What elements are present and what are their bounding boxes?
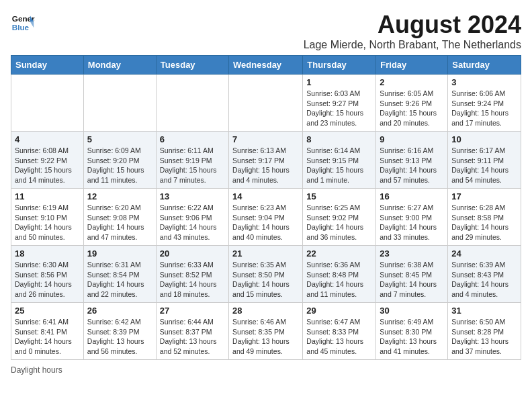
calendar-cell: 25Sunrise: 6:41 AM Sunset: 8:41 PM Dayli…: [11, 303, 84, 360]
calendar-cell: 10Sunrise: 6:17 AM Sunset: 9:11 PM Dayli…: [448, 132, 521, 189]
day-number: 6: [160, 134, 225, 144]
day-number: 20: [160, 248, 225, 259]
calendar-cell: 8Sunrise: 6:14 AM Sunset: 9:15 PM Daylig…: [303, 132, 376, 189]
day-number: 7: [232, 134, 299, 144]
calendar-cell: 14Sunrise: 6:23 AM Sunset: 9:04 PM Dayli…: [229, 189, 303, 246]
logo-icon: General Blue: [11, 11, 35, 35]
calendar-cell: 31Sunrise: 6:50 AM Sunset: 8:28 PM Dayli…: [448, 303, 521, 360]
calendar-cell: 7Sunrise: 6:13 AM Sunset: 9:17 PM Daylig…: [229, 132, 303, 189]
calendar-cell: 26Sunrise: 6:42 AM Sunset: 8:39 PM Dayli…: [83, 303, 156, 360]
footer-note: Daylight hours: [11, 365, 521, 375]
calendar-cell: 30Sunrise: 6:49 AM Sunset: 8:30 PM Dayli…: [376, 303, 448, 360]
day-info: Sunrise: 6:49 AM Sunset: 8:30 PM Dayligh…: [380, 317, 444, 357]
calendar-cell: 11Sunrise: 6:19 AM Sunset: 9:10 PM Dayli…: [11, 189, 84, 246]
header-sunday: Sunday: [11, 56, 84, 75]
day-number: 27: [160, 306, 225, 316]
day-info: Sunrise: 6:05 AM Sunset: 9:26 PM Dayligh…: [380, 89, 444, 128]
calendar-cell: 24Sunrise: 6:39 AM Sunset: 8:43 PM Dayli…: [448, 246, 521, 303]
day-info: Sunrise: 6:20 AM Sunset: 9:08 PM Dayligh…: [87, 203, 152, 242]
calendar-cell: 3Sunrise: 6:06 AM Sunset: 9:24 PM Daylig…: [448, 75, 521, 132]
day-number: 28: [232, 306, 299, 316]
calendar-cell: 27Sunrise: 6:44 AM Sunset: 8:37 PM Dayli…: [156, 303, 228, 360]
day-info: Sunrise: 6:35 AM Sunset: 8:50 PM Dayligh…: [232, 260, 299, 300]
day-number: 9: [380, 134, 444, 144]
calendar-cell: 17Sunrise: 6:28 AM Sunset: 8:58 PM Dayli…: [448, 189, 521, 246]
calendar-cell: [11, 75, 84, 132]
day-info: Sunrise: 6:47 AM Sunset: 8:33 PM Dayligh…: [306, 317, 372, 357]
day-info: Sunrise: 6:14 AM Sunset: 9:15 PM Dayligh…: [306, 146, 372, 185]
calendar-cell: 18Sunrise: 6:30 AM Sunset: 8:56 PM Dayli…: [11, 246, 84, 303]
day-info: Sunrise: 6:42 AM Sunset: 8:39 PM Dayligh…: [87, 317, 152, 357]
day-info: Sunrise: 6:11 AM Sunset: 9:19 PM Dayligh…: [160, 146, 225, 185]
day-number: 17: [451, 191, 517, 201]
day-info: Sunrise: 6:27 AM Sunset: 9:00 PM Dayligh…: [380, 203, 444, 242]
day-number: 5: [87, 134, 152, 144]
day-info: Sunrise: 6:16 AM Sunset: 9:13 PM Dayligh…: [380, 146, 444, 185]
header-thursday: Thursday: [303, 56, 376, 75]
day-number: 3: [451, 77, 517, 87]
logo: General Blue: [11, 11, 35, 35]
calendar-week-row: 11Sunrise: 6:19 AM Sunset: 9:10 PM Dayli…: [11, 189, 521, 246]
calendar-week-row: 1Sunrise: 6:03 AM Sunset: 9:27 PM Daylig…: [11, 75, 521, 132]
day-number: 14: [232, 191, 299, 201]
header-tuesday: Tuesday: [156, 56, 228, 75]
header-monday: Monday: [83, 56, 156, 75]
calendar-cell: 6Sunrise: 6:11 AM Sunset: 9:19 PM Daylig…: [156, 132, 228, 189]
calendar-cell: 29Sunrise: 6:47 AM Sunset: 8:33 PM Dayli…: [303, 303, 376, 360]
day-info: Sunrise: 6:09 AM Sunset: 9:20 PM Dayligh…: [87, 146, 152, 185]
day-number: 13: [160, 191, 225, 201]
day-info: Sunrise: 6:30 AM Sunset: 8:56 PM Dayligh…: [15, 260, 80, 300]
calendar-cell: [156, 75, 228, 132]
day-info: Sunrise: 6:25 AM Sunset: 9:02 PM Dayligh…: [306, 203, 372, 242]
calendar-cell: 21Sunrise: 6:35 AM Sunset: 8:50 PM Dayli…: [229, 246, 303, 303]
calendar-table: SundayMondayTuesdayWednesdayThursdayFrid…: [11, 55, 521, 360]
day-number: 22: [306, 248, 372, 259]
calendar-week-row: 18Sunrise: 6:30 AM Sunset: 8:56 PM Dayli…: [11, 246, 521, 303]
day-number: 2: [380, 77, 444, 87]
calendar-cell: 23Sunrise: 6:38 AM Sunset: 8:45 PM Dayli…: [376, 246, 448, 303]
day-info: Sunrise: 6:36 AM Sunset: 8:48 PM Dayligh…: [306, 260, 372, 300]
day-info: Sunrise: 6:44 AM Sunset: 8:37 PM Dayligh…: [160, 317, 225, 357]
header-saturday: Saturday: [448, 56, 521, 75]
calendar-cell: 15Sunrise: 6:25 AM Sunset: 9:02 PM Dayli…: [303, 189, 376, 246]
day-info: Sunrise: 6:33 AM Sunset: 8:52 PM Dayligh…: [160, 260, 225, 300]
calendar-cell: 20Sunrise: 6:33 AM Sunset: 8:52 PM Dayli…: [156, 246, 228, 303]
calendar-cell: 19Sunrise: 6:31 AM Sunset: 8:54 PM Dayli…: [83, 246, 156, 303]
title-area: August 2024 Lage Mierde, North Brabant, …: [304, 11, 521, 51]
day-number: 18: [15, 248, 80, 259]
calendar-cell: 2Sunrise: 6:05 AM Sunset: 9:26 PM Daylig…: [376, 75, 448, 132]
day-number: 21: [232, 248, 299, 259]
day-info: Sunrise: 6:28 AM Sunset: 8:58 PM Dayligh…: [451, 203, 517, 242]
day-number: 24: [451, 248, 517, 259]
month-year-title: August 2024: [304, 11, 521, 39]
day-number: 30: [380, 306, 444, 316]
calendar-cell: 12Sunrise: 6:20 AM Sunset: 9:08 PM Dayli…: [83, 189, 156, 246]
day-number: 15: [306, 191, 372, 201]
calendar-cell: 22Sunrise: 6:36 AM Sunset: 8:48 PM Dayli…: [303, 246, 376, 303]
day-info: Sunrise: 6:39 AM Sunset: 8:43 PM Dayligh…: [451, 260, 517, 300]
calendar-cell: 13Sunrise: 6:22 AM Sunset: 9:06 PM Dayli…: [156, 189, 228, 246]
header-wednesday: Wednesday: [229, 56, 303, 75]
day-number: 31: [451, 306, 517, 316]
calendar-cell: 16Sunrise: 6:27 AM Sunset: 9:00 PM Dayli…: [376, 189, 448, 246]
day-info: Sunrise: 6:08 AM Sunset: 9:22 PM Dayligh…: [15, 146, 80, 185]
calendar-cell: 5Sunrise: 6:09 AM Sunset: 9:20 PM Daylig…: [83, 132, 156, 189]
day-number: 1: [306, 77, 372, 87]
day-number: 8: [306, 134, 372, 144]
day-number: 4: [15, 134, 80, 144]
calendar-week-row: 4Sunrise: 6:08 AM Sunset: 9:22 PM Daylig…: [11, 132, 521, 189]
day-number: 25: [15, 306, 80, 316]
day-number: 26: [87, 306, 152, 316]
calendar-week-row: 25Sunrise: 6:41 AM Sunset: 8:41 PM Dayli…: [11, 303, 521, 360]
calendar-cell: 9Sunrise: 6:16 AM Sunset: 9:13 PM Daylig…: [376, 132, 448, 189]
day-number: 16: [380, 191, 444, 201]
day-number: 10: [451, 134, 517, 144]
calendar-cell: 4Sunrise: 6:08 AM Sunset: 9:22 PM Daylig…: [11, 132, 84, 189]
day-number: 12: [87, 191, 152, 201]
day-number: 11: [15, 191, 80, 201]
location-subtitle: Lage Mierde, North Brabant, The Netherla…: [304, 39, 521, 51]
calendar-cell: 1Sunrise: 6:03 AM Sunset: 9:27 PM Daylig…: [303, 75, 376, 132]
svg-marker-3: [30, 21, 34, 28]
header: General Blue August 2024 Lage Mierde, No…: [11, 11, 521, 51]
header-friday: Friday: [376, 56, 448, 75]
